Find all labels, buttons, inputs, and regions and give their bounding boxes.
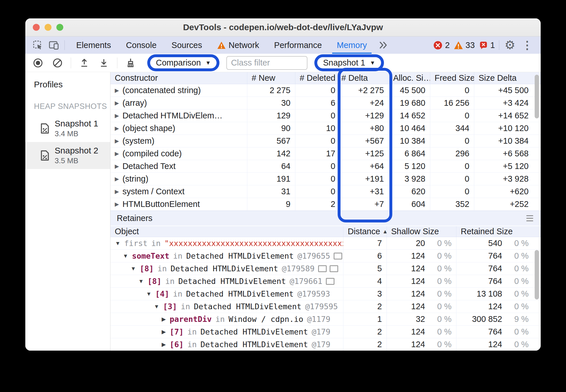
snapshot-size: 3.5 MB	[55, 156, 98, 165]
collapse-icon[interactable]: ▼	[146, 291, 152, 297]
expand-icon[interactable]: ▶	[115, 188, 119, 195]
minimize-button[interactable]	[45, 24, 51, 31]
retained-size-value: 124	[456, 302, 502, 311]
console-warnings-badge[interactable]: 33	[454, 41, 475, 50]
snapshot-size: 3.4 MB	[55, 129, 98, 138]
close-button[interactable]	[33, 24, 40, 31]
inspect-element-icon[interactable]	[31, 39, 44, 52]
load-profile-icon[interactable]	[78, 57, 91, 69]
retainer-row[interactable]: ▼ [3] in Detached HTMLDivElement @179595…	[110, 300, 541, 313]
column-header-shallow-size[interactable]: Shallow Size	[387, 226, 456, 237]
expand-icon[interactable]: ▶	[115, 100, 119, 106]
percent-value: 0 %	[425, 302, 456, 311]
constructor-name: (string)	[123, 174, 148, 184]
clear-brush-icon[interactable]	[124, 57, 137, 69]
column-label: Alloc. Si…	[393, 73, 430, 83]
warning-count: 33	[466, 41, 475, 50]
tab-elements[interactable]: Elements	[69, 36, 118, 54]
reveal-in-elements-icon[interactable]	[326, 278, 334, 285]
percent-value: 0 %	[425, 314, 456, 324]
expand-icon[interactable]: ▶	[115, 150, 119, 157]
tab-sources[interactable]: Sources	[164, 36, 209, 54]
save-profile-icon[interactable]	[97, 57, 110, 69]
reveal-icon[interactable]	[330, 265, 338, 272]
retainer-row[interactable]: ▼ [8] in Detached HTMLDivElement @179589…	[110, 262, 541, 275]
column-header-size-delta[interactable]: Size Delta	[474, 72, 533, 84]
reveal-in-elements-icon[interactable]	[334, 253, 342, 260]
expand-icon[interactable]: ▶	[115, 163, 119, 170]
reveal-in-elements-icon[interactable]	[318, 265, 327, 272]
in-keyword: in	[173, 251, 183, 260]
network-warning-icon	[217, 41, 226, 49]
table-row[interactable]: ▶(system) 5670+56710 3840+10 384	[110, 135, 541, 147]
retainer-row[interactable]: ▶ [7] in Detached HTMLDivElement @179 2 …	[110, 326, 541, 338]
retainer-row[interactable]: ▼ [4] in Detached HTMLDivElement @179593…	[110, 288, 541, 300]
retainer-row[interactable]: ▼ first in "xxxxxxxxxxxxxxxxxxxxxxxxxxxx…	[110, 237, 541, 250]
table-row[interactable]: ▶(array) 306+2419 68016 256+3 424	[110, 97, 541, 109]
expand-icon[interactable]: ▶	[115, 125, 119, 132]
expand-icon[interactable]: ▶	[115, 176, 119, 182]
retainer-object: Detached HTMLDivElement	[186, 289, 294, 298]
retainer-name: someText	[132, 251, 169, 260]
collapse-icon[interactable]: ▼	[115, 240, 121, 247]
expand-icon[interactable]: ▶	[162, 328, 166, 335]
comparison-scrollbar-thumb[interactable]	[535, 75, 539, 118]
retainer-row[interactable]: ▼ [8] in Detached HTMLDivElement @179661…	[110, 275, 541, 288]
object-address: @179	[312, 340, 330, 349]
column-header-freed-size[interactable]: Freed Size	[430, 72, 474, 84]
collapse-icon[interactable]: ▼	[131, 266, 136, 272]
expand-icon[interactable]: ▶	[115, 112, 119, 119]
column-header-object[interactable]: Object	[110, 226, 343, 237]
expand-icon[interactable]: ▶	[115, 201, 119, 207]
retainer-row[interactable]: ▼ someText in Detached HTMLDivElement @1…	[110, 250, 541, 262]
class-filter-input[interactable]	[226, 56, 307, 70]
column-header-alloc-size[interactable]: Alloc. Si…▼	[389, 72, 430, 84]
tab-memory[interactable]: Memory	[329, 36, 374, 54]
column-header-retained-size[interactable]: Retained Size	[456, 226, 533, 237]
table-row[interactable]: ▶(string) 1910+1913 9280+3 928	[110, 173, 541, 185]
column-header-new[interactable]: # New	[247, 72, 295, 84]
more-tabs-icon[interactable]	[374, 36, 392, 54]
record-heap-snapshot-icon[interactable]	[32, 57, 44, 69]
table-row[interactable]: ▶Detached Text 640+645 1200+5 120	[110, 160, 541, 173]
zoom-button[interactable]	[56, 24, 63, 31]
device-toolbar-icon[interactable]	[47, 39, 60, 52]
retainer-row[interactable]: ▶ [6] in Detached HTMLDivElement @179 2 …	[110, 338, 541, 351]
table-row[interactable]: ▶(object shape) 9010+8010 464344+10 120	[110, 122, 541, 135]
tab-performance[interactable]: Performance	[267, 36, 329, 54]
retainers-scrollbar-thumb[interactable]	[535, 250, 539, 299]
table-row[interactable]: ▶Detached HTMLDivElem… 1290+12914 6520+1…	[110, 109, 541, 122]
perspective-dropdown[interactable]: Comparison	[156, 58, 201, 68]
collapse-icon[interactable]: ▼	[138, 278, 144, 285]
column-header-deleted[interactable]: # Deleted	[295, 72, 337, 84]
retained-size-value: 540	[456, 239, 502, 248]
column-header-delta[interactable]: # Delta	[337, 72, 389, 84]
console-errors-badge[interactable]: 2	[433, 41, 450, 50]
column-header-distance[interactable]: Distance▲	[343, 226, 387, 237]
table-row[interactable]: ▶(compiled code) 14217+1256 864296+6 568	[110, 147, 541, 160]
retainer-object: Detached HTMLDivElement	[178, 277, 286, 286]
collapse-icon[interactable]: ▼	[154, 303, 159, 310]
sidebar-item-snapshot-1[interactable]: Snapshot 1 3.4 MB	[25, 115, 110, 142]
kebab-menu-icon[interactable]: ⋮	[521, 39, 534, 52]
object-address: @1179	[307, 315, 330, 324]
issues-badge[interactable]: 1	[479, 41, 495, 50]
clear-all-profiles-icon[interactable]	[51, 57, 64, 69]
table-row[interactable]: ▶(concatenated string) 2 2750+2 27545 50…	[110, 84, 541, 97]
retainer-row[interactable]: ▶ parentDiv in Window / cdpn.io @1179 1 …	[110, 313, 541, 326]
sidebar-item-snapshot-2[interactable]: Snapshot 2 3.5 MB	[25, 142, 110, 169]
table-row[interactable]: ▶HTMLButtonElement 92+7604352+252	[110, 198, 541, 211]
collapse-icon[interactable]: ▼	[123, 253, 128, 259]
hamburger-menu-icon[interactable]	[525, 214, 535, 223]
tab-network[interactable]: Network	[210, 36, 267, 54]
settings-gear-icon[interactable]: ⚙	[503, 39, 517, 52]
column-header-constructor[interactable]: Constructor	[110, 72, 247, 84]
table-row[interactable]: ▶system / Context 310+316200+620	[110, 185, 541, 198]
expand-icon[interactable]: ▶	[162, 341, 166, 348]
expand-icon[interactable]: ▶	[115, 138, 119, 144]
expand-icon[interactable]: ▶	[162, 316, 166, 322]
base-snapshot-dropdown[interactable]: Snapshot 1	[323, 58, 365, 68]
tab-console[interactable]: Console	[118, 36, 164, 54]
retainer-name: [8]	[140, 264, 154, 273]
expand-icon[interactable]: ▶	[115, 87, 119, 94]
